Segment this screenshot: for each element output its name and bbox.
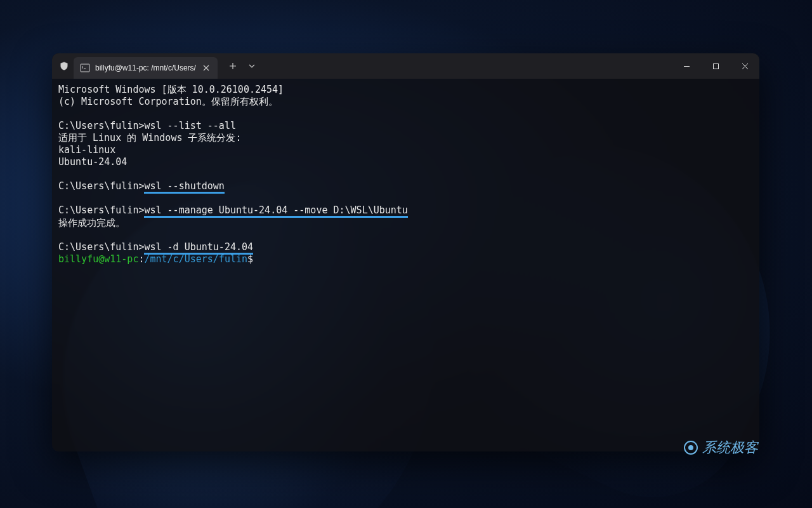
prompt: C:\Users\fulin> — [58, 180, 144, 192]
prompt: C:\Users\fulin> — [58, 204, 144, 216]
minimize-button[interactable] — [672, 53, 701, 79]
output-line: kali-linux — [58, 144, 115, 156]
new-tab-button[interactable] — [223, 62, 243, 70]
watermark-text: 系统极客 — [702, 438, 758, 457]
close-button[interactable] — [730, 53, 759, 79]
maximize-button[interactable] — [701, 53, 730, 79]
terminal-window: billyfu@w11-pc: /mnt/c/Users/ Microsoft … — [52, 53, 759, 451]
linux-user: billyfu@w11-pc — [58, 253, 138, 265]
output-line: Ubuntu-24.04 — [58, 156, 127, 168]
terminal-output[interactable]: Microsoft Windows [版本 10.0.26100.2454] (… — [52, 79, 759, 451]
output-line: 适用于 Linux 的 Windows 子系统分发: — [58, 132, 242, 144]
prompt: C:\Users\fulin> — [58, 241, 144, 253]
watermark-icon — [683, 440, 698, 455]
shield-icon — [58, 60, 70, 72]
window-controls — [672, 53, 759, 79]
output-line: 操作成功完成。 — [58, 217, 125, 229]
tab-dropdown-button[interactable] — [243, 64, 261, 68]
tab-close-button[interactable] — [201, 63, 211, 73]
command-text: wsl --list --all — [144, 120, 236, 131]
terminal-icon — [80, 63, 90, 73]
svg-rect-0 — [81, 64, 89, 72]
watermark: 系统极客 — [683, 438, 758, 457]
output-line: Microsoft Windows [版本 10.0.26100.2454] — [58, 84, 284, 95]
svg-point-3 — [688, 445, 693, 450]
output-line: (c) Microsoft Corporation。保留所有权利。 — [58, 96, 278, 107]
prompt: C:\Users\fulin> — [58, 120, 144, 131]
linux-path: /mnt/c/Users/fulin — [144, 253, 247, 265]
svg-rect-1 — [713, 64, 718, 69]
titlebar[interactable]: billyfu@w11-pc: /mnt/c/Users/ — [52, 53, 759, 79]
command-text: wsl --shutdown — [144, 180, 224, 194]
linux-dollar: $ — [247, 253, 253, 265]
command-text: wsl --manage Ubuntu-24.04 --move D:\WSL\… — [144, 204, 407, 218]
tab-active[interactable]: billyfu@w11-pc: /mnt/c/Users/ — [74, 57, 218, 79]
command-text: wsl -d Ubuntu-24.04 — [144, 241, 253, 255]
tab-title: billyfu@w11-pc: /mnt/c/Users/ — [95, 64, 196, 72]
